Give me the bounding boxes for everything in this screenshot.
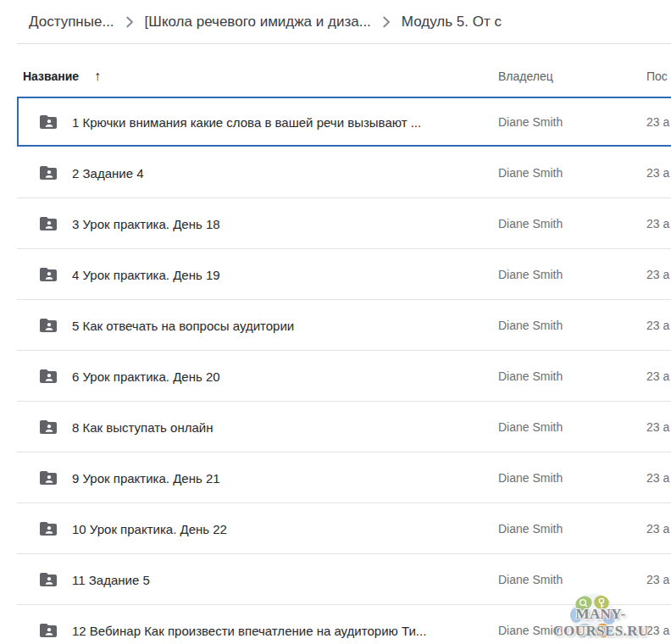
row-name: 10 Урок практика. День 22 [72, 521, 227, 536]
row-name: 11 Задание 5 [72, 572, 150, 586]
shared-folder-icon [38, 366, 58, 386]
table-row[interactable]: 10 Урок практика. День 22 Diane Smith 23… [17, 503, 671, 554]
row-name: 12 Вебинар Как произвести впечатление на… [72, 623, 426, 637]
breadcrumb-item-2[interactable]: [Школа речевого имиджа и диза... [145, 14, 371, 31]
row-modified: 23 а [646, 420, 669, 434]
row-owner: Diane Smith [498, 420, 563, 434]
row-modified: 23 а [646, 624, 669, 637]
table-row[interactable]: 2 Задание 4 Diane Smith 23 а [17, 147, 671, 198]
row-owner: Diane Smith [498, 268, 563, 281]
row-owner: Diane Smith [498, 166, 563, 180]
sort-ascending-icon[interactable]: ↑ [94, 69, 101, 83]
table-row[interactable]: 8 Как выступать онлайн Diane Smith 23 а [17, 402, 671, 452]
shared-folder-icon [38, 315, 58, 336]
row-name: 6 Урок практика. День 20 [72, 369, 220, 383]
row-modified: 23 а [646, 217, 669, 230]
row-modified: 23 а [646, 319, 669, 332]
row-name: 5 Как отвечать на вопросы аудитории [72, 318, 294, 332]
column-header-owner[interactable]: Владелец [498, 69, 553, 83]
chevron-right-icon [125, 15, 134, 29]
row-name: 9 Урок практика. День 21 [72, 470, 220, 485]
breadcrumb-item-1[interactable]: Доступные... [29, 14, 114, 31]
table-header: Название ↑ Владелец Пос [17, 44, 671, 97]
row-owner: Diane Smith [498, 522, 563, 536]
row-modified: 23 а [646, 522, 669, 536]
row-owner: Diane Smith [498, 115, 563, 129]
row-owner: Diane Smith [498, 471, 563, 485]
table-row[interactable]: 12 Вебинар Как произвести впечатление на… [17, 605, 671, 644]
table-row[interactable]: 6 Урок практика. День 20 Diane Smith 23 … [17, 351, 671, 402]
row-modified: 23 а [646, 268, 669, 281]
table-row[interactable]: 9 Урок практика. День 21 Diane Smith 23 … [17, 452, 671, 503]
breadcrumb-item-3[interactable]: Модуль 5. От с [402, 14, 502, 31]
table-row[interactable]: 3 Урок практика. День 18 Diane Smith 23 … [17, 198, 671, 249]
row-owner: Diane Smith [498, 369, 563, 383]
column-header-name-label: Название [23, 69, 79, 83]
shared-folder-icon [38, 569, 58, 590]
row-name: 2 Задание 4 [72, 165, 144, 180]
column-header-modified[interactable]: Пос [646, 69, 668, 83]
shared-folder-icon [38, 519, 58, 539]
shared-folder-icon [38, 417, 58, 437]
table-row[interactable]: 4 Урок практика. День 19 Diane Smith 23 … [17, 249, 671, 300]
row-modified: 23 а [646, 471, 669, 485]
file-table: Название ↑ Владелец Пос 1 Крючки внимани… [17, 44, 671, 644]
breadcrumb: Доступные... [Школа речевого имиджа и ди… [0, 0, 671, 43]
file-list: 1 Крючки внимания какие слова в вашей ре… [17, 97, 671, 644]
shared-folder-icon [38, 163, 58, 183]
shared-folder-icon [38, 264, 58, 285]
table-row[interactable]: 5 Как отвечать на вопросы аудитории Dian… [17, 300, 671, 351]
shared-folder-icon [38, 112, 58, 132]
row-modified: 23 а [646, 166, 669, 180]
row-modified: 23 а [646, 115, 669, 129]
row-name: 1 Крючки внимания какие слова в вашей ре… [72, 114, 421, 129]
column-header-name[interactable]: Название ↑ [23, 69, 101, 83]
row-name: 3 Урок практика. День 18 [72, 216, 220, 230]
row-name: 8 Как выступать онлайн [72, 419, 213, 434]
row-owner: Diane Smith [498, 319, 563, 332]
row-owner: Diane Smith [498, 624, 563, 637]
row-name: 4 Урок практика. День 19 [72, 267, 220, 281]
table-row[interactable]: 1 Крючки внимания какие слова в вашей ре… [17, 97, 671, 147]
shared-folder-icon [38, 468, 58, 488]
shared-folder-icon [38, 620, 58, 641]
row-modified: 23 а [646, 573, 669, 586]
shared-folder-icon [38, 214, 58, 234]
row-owner: Diane Smith [498, 217, 563, 230]
chevron-right-icon [382, 15, 391, 29]
row-owner: Diane Smith [498, 573, 563, 586]
row-modified: 23 а [646, 369, 669, 383]
table-row[interactable]: 11 Задание 5 Diane Smith 23 а [17, 554, 671, 605]
